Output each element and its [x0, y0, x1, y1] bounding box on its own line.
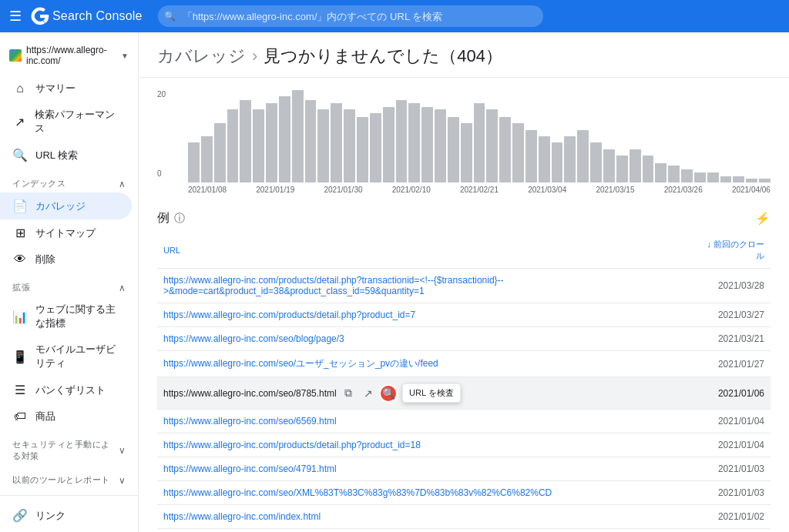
sidebar-item-sitemaps[interactable]: ⊞ サイトマップ [0, 219, 132, 246]
chart-x-axis: 2021/01/082021/01/192021/01/302021/02/10… [188, 186, 771, 194]
sidebar-item-web-vitals[interactable]: 📊 ウェブに関する主な指標 [0, 296, 132, 336]
breadcrumbs-icon: ☰ [12, 383, 28, 397]
table-cell-date: 2021/01/04 [697, 433, 771, 457]
sidebar-item-breadcrumbs[interactable]: ☰ パンくずリスト [0, 376, 132, 403]
table-cell-date: 2021/01/06 [697, 377, 771, 410]
table-cell-date: 2021/01/04 [697, 410, 771, 433]
table-cell-url: https://www.allegro-inc.com/products/det… [157, 269, 697, 303]
enhancements-chevron-icon[interactable]: ∧ [119, 283, 126, 293]
url-link[interactable]: https://www.allegro-inc.com/seo/6569.htm… [163, 416, 337, 427]
sidebar-item-label: 削除 [35, 253, 55, 266]
url-link[interactable]: https://www.allegro-inc.com/products/det… [163, 275, 504, 296]
enhancements-section-header: 拡張 ∧ [0, 273, 138, 296]
table-cell-url: https://www.allegro-inc.com/seo/ユーザ_セッショ… [157, 351, 697, 377]
url-link[interactable]: https://www.allegro-inc.com/products/det… [163, 309, 415, 320]
sidebar-item-settings[interactable]: ⚙ 設定 [0, 529, 132, 532]
chart-bar [616, 156, 628, 182]
sidebar-item-url-inspection[interactable]: 🔍 URL 検索 [0, 142, 132, 169]
table-cell-date: 2021/01/03 [697, 457, 771, 481]
sidebar-item-mobile[interactable]: 📱 モバイルユーザビリティ [0, 336, 132, 376]
search-input[interactable] [158, 5, 543, 27]
chart-bar [305, 100, 317, 182]
sidebar-item-label: モバイルユーザビリティ [35, 343, 119, 370]
table-title: 例 ⓘ [157, 210, 185, 226]
sidebar-item-coverage[interactable]: 📄 カバレッジ [0, 192, 132, 219]
open-url-button[interactable]: ↗ [359, 384, 378, 403]
coverage-icon: 📄 [12, 199, 28, 213]
sidebar-item-links[interactable]: 🔗 リンク [0, 502, 132, 529]
breadcrumb-current: 見つかりませんでした（404） [264, 45, 502, 68]
chart-x-label: 2021/02/10 [392, 186, 431, 194]
url-link[interactable]: https://www.allegro-inc.com/seo/4791.htm… [163, 463, 337, 474]
url-link[interactable]: https://www.allegro-inc.com/products/det… [163, 440, 421, 450]
table-cell-url: https://www.allegro-inc.com/products/det… [157, 303, 697, 327]
search-nav-icon: 🔍 [12, 148, 28, 162]
sidebar-item-label: カバレッジ [35, 199, 86, 213]
chart-bar [344, 109, 355, 182]
chart-bar [486, 109, 498, 182]
site-icon [9, 49, 22, 62]
site-selector[interactable]: https://www.allegro-inc.com/ ▼ [0, 38, 138, 72]
sidebar-item-label: サイトマップ [35, 226, 96, 240]
app-title: Search Console [52, 9, 143, 23]
table-cell-url: https://www.allegro-inc.com/seo/6569.htm… [157, 410, 697, 433]
sidebar-item-removals[interactable]: 👁 削除 [0, 246, 132, 273]
col-crawl-header: ↓ 前回のクロール [697, 233, 771, 269]
breadcrumb-coverage[interactable]: カバレッジ [157, 45, 246, 68]
site-dropdown-icon: ▼ [121, 52, 129, 60]
chart-bar [396, 100, 408, 182]
chart-bar [643, 156, 654, 182]
chart-bar [681, 169, 693, 182]
url-link[interactable]: https://www.allegro-inc.com/seo/XML%83T%… [163, 487, 552, 498]
table-row: https://www.allegro-inc.com/seo/6569.htm… [157, 410, 771, 433]
url-link[interactable]: https://www.allegro-inc.com/index.html [163, 511, 321, 522]
table-row: https://www.allegro-inc.com/seo/4791.htm… [157, 457, 771, 481]
info-icon[interactable]: ⓘ [174, 212, 185, 226]
chart-bar [694, 172, 706, 182]
chart-x-label: 2021/03/26 [664, 186, 703, 194]
url-link[interactable]: https://www.allegro-inc.com/seo/ユーザ_セッショ… [163, 358, 438, 369]
table-cell-date: 2021/01/02 [697, 505, 771, 529]
chart-bar [707, 172, 719, 182]
table-cell-date: 2021/03/28 [697, 269, 771, 303]
table-row: https://www.allegro-inc.com/seo/ユーザ_セッショ… [157, 351, 771, 377]
table-cell-url: https://www.allegro-inc.com/index.html [157, 505, 697, 529]
chart-bar [370, 113, 381, 182]
table-cell-url: https://www.allegro-inc.com/seo/XML%83T%… [157, 481, 697, 505]
table-header-row: URL ↓ 前回のクロール [157, 233, 771, 269]
chart-bar [357, 117, 368, 182]
chart-x-label: 2021/01/08 [188, 186, 227, 194]
index-chevron-icon[interactable]: ∧ [119, 179, 126, 189]
sidebar-item-products[interactable]: 🏷 商品 [0, 403, 132, 430]
table-cell-url: https://www.allegro-inc.com/products/det… [157, 433, 697, 457]
table-row: https://www.allegro-inc.com/seo/blog/pag… [157, 327, 771, 351]
chart-bars [188, 90, 771, 182]
chart-bar [630, 149, 641, 182]
table-section: 例 ⓘ ⚡ URL ↓ 前回のクロール https://www.allegro-… [139, 201, 789, 532]
chart-bar [512, 123, 524, 182]
col-url-header: URL [157, 233, 697, 269]
url-inspect-tooltip: URL を検査 [402, 383, 461, 403]
page-header: カバレッジ › 見つかりませんでした（404） [139, 32, 789, 78]
chart-bar [317, 109, 329, 182]
performance-icon: ↗ [12, 115, 27, 129]
legacy-chevron-icon[interactable]: ∨ [119, 475, 126, 486]
chart-bar [577, 130, 589, 182]
chart-x-label: 2021/03/04 [528, 186, 566, 194]
chart-bar [552, 142, 563, 182]
search-bar[interactable] [158, 5, 543, 27]
table-row: https://www.allegro-inc.com/products/det… [157, 303, 771, 327]
chart-bar [655, 163, 666, 182]
inspect-url-button[interactable]: 🔍 [379, 384, 398, 403]
main-content: カバレッジ › 見つかりませんでした（404） 20 0 2021/01/082… [139, 32, 789, 532]
chart-bar [461, 123, 472, 182]
security-chevron-icon[interactable]: ∨ [119, 445, 126, 456]
filter-icon[interactable]: ⚡ [755, 211, 771, 226]
chart-y-max: 20 [157, 90, 166, 99]
copy-url-button[interactable]: ⧉ [339, 384, 358, 403]
sidebar-item-performance[interactable]: ↗ 検索パフォーマンス [0, 102, 132, 142]
menu-icon[interactable]: ☰ [9, 8, 22, 25]
url-link[interactable]: https://www.allegro-inc.com/seo/blog/pag… [163, 333, 344, 344]
chart-bar [279, 96, 290, 182]
sidebar-item-summary[interactable]: ⌂ サマリー [0, 75, 132, 102]
